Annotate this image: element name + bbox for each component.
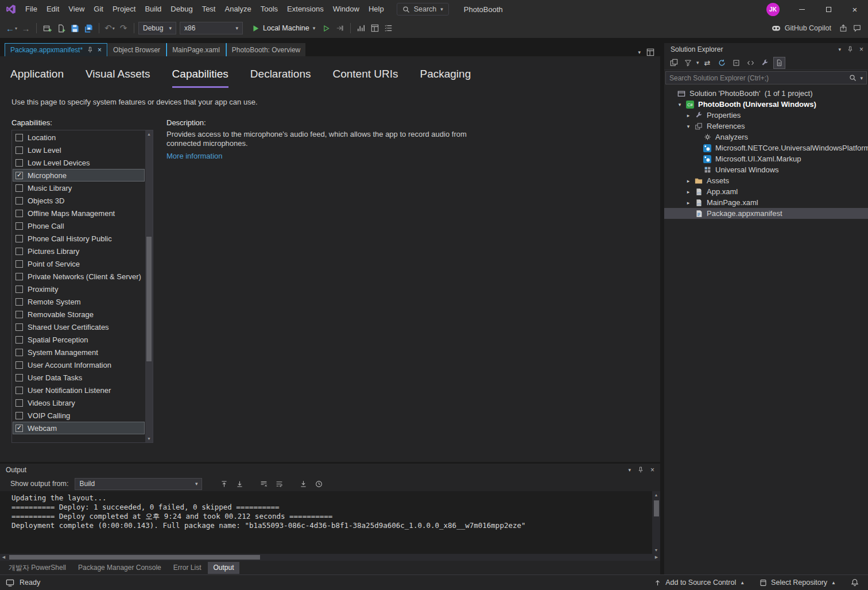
refresh-icon[interactable] [716,57,728,69]
close-button[interactable]: × [842,0,868,18]
tree-item-microsoft-ui-xaml-markup[interactable]: Microsoft.UI.Xaml.Markup [664,153,868,164]
sync-with-active-document-icon[interactable]: ⇄ [702,57,714,69]
scroll-left-icon[interactable]: ◀ [0,554,7,561]
checkbox-private-networks-client-server[interactable] [16,273,23,280]
solution-platform-select[interactable]: x86 ▾ [180,22,243,34]
close-icon[interactable]: × [650,466,654,474]
menu-debug[interactable]: Debug [166,0,197,18]
capability-row-shared-user-certificates[interactable]: Shared User Certificates [13,321,145,333]
capability-row-private-networks-client-server[interactable]: Private Networks (Client & Server) [13,270,145,283]
capability-row-user-data-tasks[interactable]: User Data Tasks [13,371,145,384]
chevron-down-icon[interactable]: ▾ [628,467,631,473]
capability-row-objects-3d[interactable]: Objects 3D [13,194,145,207]
save-all-button[interactable] [82,21,95,35]
switch-views-icon[interactable] [668,57,680,69]
solution-explorer-search[interactable]: ▾ [665,71,867,84]
more-information-link[interactable]: More information [166,152,223,160]
chevron-right-icon[interactable]: ▸ [685,200,692,206]
checkbox-point-of-service[interactable] [16,260,23,268]
chevron-down-icon[interactable]: ▾ [638,49,641,55]
chevron-down-icon[interactable]: ▾ [685,124,692,129]
capability-row-user-notification-listener[interactable]: User Notification Listener [13,384,145,396]
menu-edit[interactable]: Edit [42,0,64,18]
scroll-up-icon[interactable]: ▲ [652,491,660,499]
solution-explorer-search-input[interactable] [669,74,846,82]
close-icon[interactable]: × [98,46,102,54]
scroll-down-icon[interactable]: ▼ [145,435,153,442]
capabilities-scrollbar[interactable]: ▲ ▼ [145,130,153,442]
checkbox-user-notification-listener[interactable] [16,387,23,394]
capability-row-spatial-perception[interactable]: Spatial Perception [13,333,145,346]
manifest-tab-visual-assets[interactable]: Visual Assets [86,68,150,88]
capability-row-phone-call-history-public[interactable]: Phone Call History Public [13,232,145,245]
capability-row-proximity[interactable]: Proximity [13,283,145,295]
start-without-debugging-button[interactable] [320,21,332,35]
panel-tab-package-manager-console[interactable]: Package Manager Console [73,562,166,574]
checkbox-removable-storage[interactable] [16,311,23,318]
checkbox-spatial-perception[interactable] [16,336,23,344]
menu-window[interactable]: Window [328,0,364,18]
tree-item-solution-photobooth-1-of-1-project[interactable]: Solution 'PhotoBooth' (1 of 1 project) [664,88,868,99]
add-to-source-control-button[interactable]: Add to Source Control ▲ [654,579,745,587]
checkbox-location[interactable] [16,134,23,141]
chevron-right-icon[interactable]: ▸ [685,113,692,118]
pin-icon[interactable] [87,47,94,53]
tree-item-analyzers[interactable]: Analyzers [664,132,868,142]
checkbox-user-account-information[interactable] [16,361,23,369]
doc-tab-photobooth-overview[interactable]: PhotoBooth: Overview [226,43,305,56]
pin-icon[interactable] [637,466,644,473]
tree-item-universal-windows[interactable]: Universal Windows [664,164,868,175]
menu-file[interactable]: File [21,0,42,18]
pending-changes-filter-icon[interactable] [682,57,694,69]
scrollbar-thumb[interactable] [654,500,659,516]
navigate-back-button[interactable]: ←▾ [5,21,18,35]
checkbox-microphone[interactable] [16,172,23,179]
pin-icon[interactable] [847,46,854,53]
capability-row-system-management[interactable]: System Management [13,346,145,358]
tree-item-references[interactable]: ▾References [664,121,868,132]
menu-help[interactable]: Help [364,0,389,18]
autoscroll-icon[interactable] [297,478,309,489]
panel-splitter[interactable] [660,38,664,574]
previous-message-icon[interactable] [218,478,230,489]
capability-row-low-level-devices[interactable]: Low Level Devices [13,156,145,169]
checkbox-webcam[interactable] [16,425,23,432]
solution-configuration-select[interactable]: Debug ▾ [138,22,176,34]
capability-row-voip-calling[interactable]: VOIP Calling [13,409,145,422]
github-copilot-button[interactable]: GitHub Copilot [772,24,831,33]
manifest-tab-capabilities[interactable]: Capabilities [172,68,228,88]
checkbox-voip-calling[interactable] [16,412,23,419]
manifest-tab-application[interactable]: Application [10,68,64,88]
clear-all-icon[interactable] [258,478,269,489]
capability-row-removable-storage[interactable]: Removable Storage [13,308,145,321]
capability-row-videos-library[interactable]: Videos Library [13,396,145,409]
capability-row-offline-maps-management[interactable]: Offline Maps Management [13,207,145,219]
feedback-button[interactable] [851,21,863,35]
capability-row-music-library[interactable]: Music Library [13,182,145,194]
capability-row-point-of-service[interactable]: Point of Service [13,257,145,270]
checkbox-proximity[interactable] [16,286,23,293]
select-repository-button[interactable]: Select Repository ▲ [760,579,836,587]
profiler-button[interactable] [355,21,367,35]
redo-button[interactable]: ↷ [117,21,130,35]
account-avatar[interactable]: JK [766,3,780,16]
notifications-button[interactable] [851,579,859,587]
capability-row-low-level[interactable]: Low Level [13,144,145,156]
menu-build[interactable]: Build [140,0,166,18]
checkbox-low-level[interactable] [16,146,23,154]
doc-tab-object-browser[interactable]: Object Browser [108,43,165,56]
task-list-button[interactable] [382,21,395,35]
scrollbar-thumb[interactable] [9,555,260,560]
start-debugging-button[interactable]: Local Machine ▾ [249,21,319,35]
scroll-down-icon[interactable]: ▼ [652,546,660,554]
word-wrap-icon[interactable] [273,478,285,489]
panel-tab-output[interactable]: Output [208,562,239,574]
tree-item-photobooth-universal-windows[interactable]: ▾C#PhotoBooth (Universal Windows) [664,99,868,110]
collapse-all-icon[interactable] [730,57,742,69]
editor-layout-icon[interactable] [646,48,654,56]
tree-item-assets[interactable]: ▸Assets [664,175,868,186]
doc-tab-package-appxmanifest[interactable]: Package.appxmanifest*× [5,43,107,56]
chevron-right-icon[interactable]: ▸ [685,178,692,184]
scroll-right-icon[interactable]: ▶ [653,554,660,561]
capability-row-location[interactable]: Location [13,131,145,144]
